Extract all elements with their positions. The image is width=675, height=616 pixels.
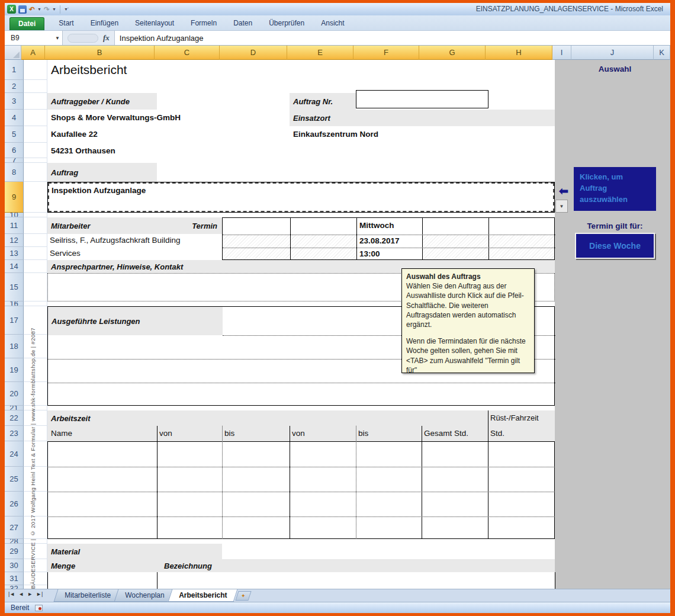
row-header-29[interactable]: 29 xyxy=(5,544,24,559)
staff-label-cell[interactable]: Mitarbeiter xyxy=(47,217,157,234)
formula-input[interactable]: Inspektion Aufzuganlage xyxy=(114,31,670,45)
pick-order-button[interactable]: Klicken, um Auftrag auszuwählen xyxy=(574,167,656,211)
save-icon[interactable] xyxy=(18,5,27,14)
column-header-F[interactable]: F xyxy=(353,46,419,60)
termin-day-cell[interactable]: Mittwoch xyxy=(359,221,394,230)
excel-logo-icon[interactable]: X xyxy=(7,5,16,14)
row-header-22[interactable]: 22 xyxy=(5,410,24,426)
grid-cell-A16[interactable] xyxy=(24,301,47,306)
sheet-tab-arbeitsbericht[interactable]: Arbeitsbericht xyxy=(168,589,237,602)
client-street-cell[interactable]: Kaufallee 22 xyxy=(51,130,98,139)
grid-cell-A7[interactable] xyxy=(24,158,47,163)
week-select-button[interactable]: Diese Woche xyxy=(575,233,655,259)
client-city-cell[interactable]: 54231 Orthausen xyxy=(51,146,115,155)
services-label-cell[interactable]: Ausgeführte Leistungen xyxy=(48,307,223,335)
menge-label-cell[interactable]: Menge xyxy=(47,559,118,572)
row-header-25[interactable]: 25 xyxy=(5,467,24,492)
grid-cell-A8[interactable] xyxy=(24,163,47,182)
grid-cell-A10[interactable] xyxy=(24,213,47,217)
row-header-8[interactable]: 8 xyxy=(5,163,24,182)
row-header-14[interactable]: 14 xyxy=(5,260,24,273)
tab-daten[interactable]: Daten xyxy=(225,17,261,30)
termin-date-cell[interactable]: 23.08.2017 xyxy=(359,236,400,245)
undo-dropdown-icon[interactable]: ▼ xyxy=(37,7,41,11)
worktime-col-bis1[interactable]: bis xyxy=(224,429,234,438)
grid-cell-A12[interactable] xyxy=(24,234,47,247)
undo-icon[interactable]: ↶ xyxy=(29,5,35,14)
grid-cell-A1[interactable] xyxy=(24,60,47,80)
grid-cell-A3[interactable] xyxy=(24,93,47,110)
row-header-19[interactable]: 19 xyxy=(5,358,24,382)
row-header-11[interactable]: 11 xyxy=(5,217,24,234)
staff-value-line1[interactable]: Seilriss, F., Aufzugsfachkraft Building xyxy=(50,236,181,245)
row-header-1[interactable]: 1 xyxy=(5,60,24,80)
staff-value-line2[interactable]: Services xyxy=(50,249,81,258)
grid-cell-A14[interactable] xyxy=(24,260,47,273)
client-name-cell[interactable]: Shops & More Verwaltungs-GmbH xyxy=(51,113,181,122)
row-header-30[interactable]: 30 xyxy=(5,559,24,572)
worktime-col-von2[interactable]: von xyxy=(292,429,305,438)
row-header-23[interactable]: 23 xyxy=(5,426,24,441)
insert-function-icon[interactable]: fx xyxy=(103,33,110,43)
worktime-col-bis2[interactable]: bis xyxy=(358,429,368,438)
worktime-label-cell[interactable]: Arbeitszeit xyxy=(47,410,555,426)
row-header-7[interactable]: 7 xyxy=(5,158,24,163)
tab-datei[interactable]: Datei xyxy=(9,17,44,30)
grid-cell-A6[interactable] xyxy=(24,143,47,158)
worktime-col-gesamt[interactable]: Gesamt Std. xyxy=(424,429,468,438)
row-header-9[interactable]: 9 xyxy=(5,182,24,213)
selected-order-cell[interactable]: Inspektion Aufzuganlage xyxy=(47,182,555,213)
row-header-27[interactable]: 27 xyxy=(5,516,24,539)
order-no-input[interactable] xyxy=(356,90,488,108)
column-header-E[interactable]: E xyxy=(287,46,353,60)
grid-cell-A4[interactable] xyxy=(24,110,47,126)
tab-ueberpruefen[interactable]: Überprüfen xyxy=(261,17,313,30)
macro-record-icon[interactable] xyxy=(35,605,43,611)
grid-cell-A15[interactable] xyxy=(24,273,47,301)
redo-icon[interactable]: ↷ xyxy=(44,5,50,14)
row-header-16[interactable]: 16 xyxy=(5,301,24,306)
grid-cell-A13[interactable] xyxy=(24,247,47,260)
prev-sheet-icon[interactable]: ◄ xyxy=(18,591,24,597)
grid-cell-A2[interactable] xyxy=(24,80,47,93)
row-header-24[interactable]: 24 xyxy=(5,441,24,467)
column-header-A[interactable]: A xyxy=(21,46,45,60)
grid-cell-A5[interactable] xyxy=(24,126,47,143)
column-header-G[interactable]: G xyxy=(419,46,486,60)
row-header-3[interactable]: 3 xyxy=(5,93,24,110)
ruest-header-line2[interactable]: Std. xyxy=(490,429,504,438)
row-header-15[interactable]: 15 xyxy=(5,273,24,301)
column-header-J[interactable]: J xyxy=(571,46,654,60)
next-sheet-icon[interactable]: ► xyxy=(27,591,33,597)
sheet-tab-mitarbeiterliste[interactable]: Mitarbeiterliste xyxy=(54,589,122,602)
row-header-4[interactable]: 4 xyxy=(5,110,24,126)
row-header-5[interactable]: 5 xyxy=(5,126,24,143)
column-header-K[interactable]: K xyxy=(654,46,670,60)
column-header-B[interactable]: B xyxy=(45,46,155,60)
row-header-31[interactable]: 31 xyxy=(5,572,24,585)
order-label-cell[interactable]: Auftrag xyxy=(47,163,157,182)
select-all-button[interactable] xyxy=(5,46,21,60)
termin-label-cell[interactable]: Termin xyxy=(157,217,222,234)
site-value-cell[interactable]: Einkaufszentrum Nord xyxy=(293,130,378,139)
site-label-cell[interactable]: Einsatzort xyxy=(290,110,555,126)
table-cell[interactable] xyxy=(422,235,488,259)
termin-time-cell[interactable]: 13:00 xyxy=(359,249,380,258)
row-header-17[interactable]: 17 xyxy=(5,306,24,335)
redo-dropdown-icon[interactable]: ▼ xyxy=(52,7,56,11)
row-header-2[interactable]: 2 xyxy=(5,80,24,93)
tab-start[interactable]: Start xyxy=(50,17,82,30)
ruest-header-line1[interactable]: Rüst-/Fahrzeit xyxy=(490,413,539,422)
table-cell[interactable] xyxy=(290,235,356,259)
chevron-down-icon[interactable]: ▼ xyxy=(55,36,60,41)
first-sheet-icon[interactable]: |◄ xyxy=(8,591,15,597)
bezeichnung-label-cell[interactable]: Bezeichnung xyxy=(160,559,255,572)
row-header-10[interactable]: 10 xyxy=(5,213,24,217)
qat-customize-icon[interactable]: ▼̄ xyxy=(64,7,68,11)
grid-cell-A9[interactable] xyxy=(24,182,47,213)
order-no-label-cell[interactable]: Auftrag Nr. xyxy=(290,93,356,110)
grid-cell-A11[interactable] xyxy=(24,217,47,234)
column-header-I[interactable]: I xyxy=(552,46,571,60)
worktime-table[interactable] xyxy=(47,441,555,539)
column-header-C[interactable]: C xyxy=(155,46,220,60)
